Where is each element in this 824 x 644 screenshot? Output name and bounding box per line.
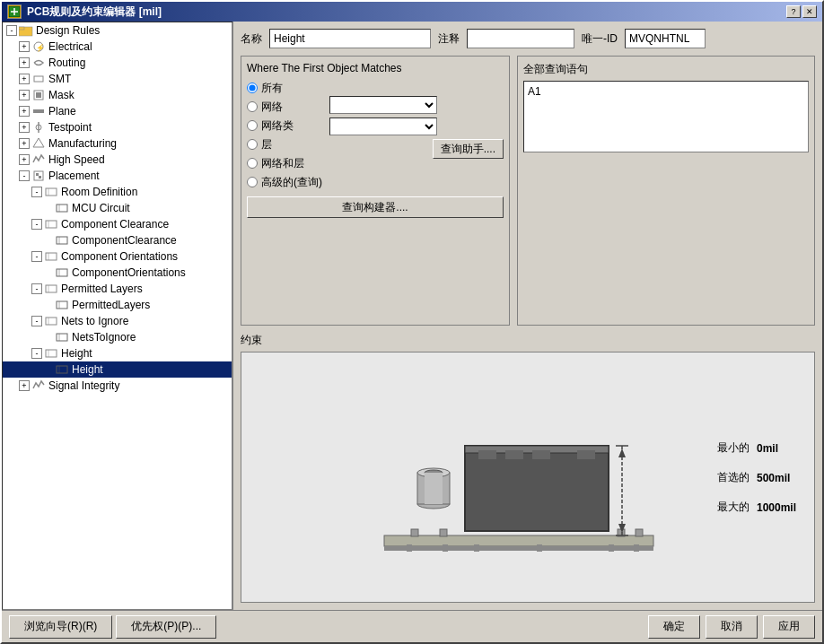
radio-wangluolei[interactable]: [247, 120, 258, 131]
radio-gaoji[interactable]: [247, 177, 258, 187]
tree-item-plane[interactable]: + Plane: [3, 103, 232, 119]
name-input[interactable]: [269, 29, 431, 48]
tree-item-permitted-layers[interactable]: - Permitted Layers: [3, 281, 232, 297]
tree-label-permitted-layers-val: PermittedLayers: [72, 299, 150, 311]
title-bar-left: PCB规则及约束编辑器 [mil]: [7, 4, 162, 20]
tree-item-room-definition[interactable]: - Room Definition: [3, 184, 232, 200]
cancel-button[interactable]: 取消: [706, 615, 758, 639]
svg-rect-61: [532, 450, 550, 459]
signal-icon: [31, 379, 46, 393]
radio-row-wangluo: 网络: [247, 99, 322, 115]
tree-item-routing[interactable]: + Routing: [3, 55, 232, 71]
tree-item-testpoint[interactable]: + Testpoint: [3, 119, 232, 135]
comment-input[interactable]: [467, 29, 574, 48]
tree-toggle-manufacturing[interactable]: +: [19, 138, 30, 149]
dropdown1[interactable]: [329, 96, 437, 114]
tree-item-nets-to-ignore-val[interactable]: NetsToIgnore: [3, 329, 232, 345]
tree-label-height-val: Height: [72, 363, 103, 376]
tree-toggle-comp-orient[interactable]: -: [31, 251, 42, 262]
tree-label-component-orientations: Component Orientations: [61, 250, 178, 263]
tree-label-highspeed: High Speed: [48, 153, 105, 166]
tree-item-highspeed[interactable]: + High Speed: [3, 152, 232, 168]
tree-item-nets-to-ignore[interactable]: - Nets to Ignore: [3, 313, 232, 329]
priority-button[interactable]: 优先权(P)(P)...: [116, 615, 216, 639]
radio-suoyou[interactable]: [247, 83, 258, 93]
name-label: 名称: [241, 31, 262, 47]
svg-rect-59: [478, 450, 496, 459]
tree-item-permitted-layers-val[interactable]: PermittedLayers: [3, 297, 232, 313]
pref-value: 500mil: [757, 471, 790, 483]
rule-icon2: [44, 217, 58, 231]
tree-item-height[interactable]: - Height: [3, 345, 232, 361]
constraint-values: 最小的 0mil 首选的 500mil 最大的 1000mil: [714, 440, 796, 515]
tree-toggle-room-definition[interactable]: -: [31, 187, 42, 197]
id-input[interactable]: [625, 29, 706, 48]
cv-row-min: 最小的 0mil: [714, 440, 796, 456]
tree-toggle-nets-ignore[interactable]: -: [31, 316, 42, 326]
close-button[interactable]: ✕: [802, 5, 817, 18]
radio-wangluo[interactable]: [247, 101, 258, 112]
query-help-button[interactable]: 查询助手....: [433, 139, 504, 159]
tree-toggle-placement[interactable]: -: [19, 170, 30, 181]
tree-label-component-clearance: Component Clearance: [61, 218, 169, 231]
tree-toggle-permitted-layers[interactable]: -: [31, 283, 42, 294]
apply-button[interactable]: 应用: [763, 615, 815, 639]
tree-toggle-signal[interactable]: +: [19, 380, 30, 391]
tree-toggle-electrical[interactable]: +: [19, 41, 30, 52]
navigate-button[interactable]: 浏览向导(R)(R): [9, 615, 112, 639]
query-builder-button[interactable]: 查询构建器....: [247, 196, 504, 218]
tree-toggle-height[interactable]: -: [31, 348, 42, 359]
svg-rect-66: [537, 544, 542, 552]
tree-label-nets-to-ignore: Nets to Ignore: [61, 315, 128, 327]
svg-rect-65: [474, 544, 479, 552]
tree-item-component-orientations-val[interactable]: ComponentOrientations: [3, 265, 232, 281]
tree-toggle-comp-clear[interactable]: -: [31, 219, 42, 230]
title-bar: PCB规则及约束编辑器 [mil] ? ✕: [2, 2, 822, 22]
tree-toggle-highspeed[interactable]: +: [19, 154, 30, 165]
tree-label-manufacturing: Manufacturing: [48, 137, 117, 150]
help-button[interactable]: ?: [786, 5, 801, 18]
tree-item-manufacturing[interactable]: + Manufacturing: [3, 135, 232, 152]
svg-rect-4: [19, 27, 24, 30]
smt-icon: [31, 72, 46, 86]
radio-label-ceng: 层: [261, 137, 315, 152]
tree-item-mask[interactable]: + Mask: [3, 87, 232, 103]
tree-item-signal-integrity[interactable]: + Signal Integrity: [3, 378, 232, 394]
tree-label-mask: Mask: [48, 89, 75, 101]
tree-item-height-val[interactable]: Height: [3, 361, 232, 378]
ok-button[interactable]: 确定: [648, 615, 700, 639]
radio-ceng[interactable]: [247, 139, 258, 150]
tree-item-design-rules[interactable]: - Design Rules: [3, 22, 232, 39]
query-box: 全部查询语句 A1: [517, 56, 815, 326]
svg-rect-43: [411, 529, 418, 536]
tree-toggle-design-rules[interactable]: -: [6, 25, 17, 36]
tree-toggle-mask[interactable]: +: [19, 90, 30, 100]
svg-rect-29: [46, 285, 57, 292]
tree-item-electrical[interactable]: + ⚡ Electrical: [3, 39, 232, 55]
middle-section: Where The First Object Matches 所有 网络: [241, 56, 815, 326]
tree-toggle-plane[interactable]: +: [19, 106, 30, 117]
tree-label-testpoint: Testpoint: [48, 121, 92, 134]
highspeed-icon: [31, 152, 46, 167]
radio-wangluoceng[interactable]: [247, 158, 258, 169]
svg-rect-7: [34, 76, 43, 82]
svg-rect-21: [46, 221, 57, 228]
min-label: 最小的: [714, 440, 749, 456]
radio-label-wangluolei: 网络类: [261, 118, 315, 134]
testpoint-icon: [31, 120, 46, 135]
subrule-icon6: [55, 362, 69, 377]
tree-toggle-smt[interactable]: +: [19, 74, 30, 84]
tree-item-placement[interactable]: - Placement: [3, 168, 232, 184]
tree-toggle-routing[interactable]: +: [19, 57, 30, 68]
tree-item-component-clearance[interactable]: - Component Clearance: [3, 216, 232, 232]
svg-rect-27: [57, 269, 67, 276]
tree-item-mcu-circuit[interactable]: MCU Circuit: [3, 200, 232, 216]
tree-item-smt[interactable]: + SMT: [3, 71, 232, 87]
tree-toggle-testpoint[interactable]: +: [19, 122, 30, 133]
subrule-icon2: [55, 233, 69, 248]
tree-item-component-orientations[interactable]: - Component Orientations: [3, 248, 232, 265]
rule-icon6: [44, 346, 58, 361]
main-content: - Design Rules + ⚡ Electrical +: [2, 22, 822, 610]
dropdown2[interactable]: [329, 117, 437, 135]
tree-item-component-clearance-val[interactable]: ComponentClearance: [3, 232, 232, 248]
